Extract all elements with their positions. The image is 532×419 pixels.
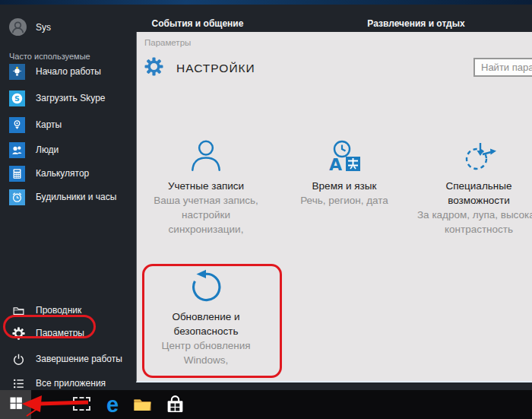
- start-menu-item-label: Калькулятор: [36, 168, 89, 179]
- tile-subtitle: За кадром, лупа, высокая контрастность: [413, 208, 532, 236]
- calculator-icon: [9, 166, 25, 182]
- tile-group-header: События и общение: [141, 18, 255, 29]
- start-menu-item-alarms[interactable]: Будильники и часы: [9, 189, 116, 205]
- tile-subtitle: Речь, регион, дата: [283, 193, 405, 208]
- folder-icon: [11, 303, 25, 317]
- start-menu-item-all-apps[interactable]: Все приложения: [11, 375, 106, 392]
- edge-icon[interactable]: e: [100, 390, 125, 419]
- start-menu-item-get-started[interactable]: Начало работы: [9, 63, 101, 80]
- start-menu: Sys Часто используемые Начало работы S З…: [0, 5, 136, 390]
- settings-tile-accounts[interactable]: Учетные записи Ваша учетная запись, наст…: [144, 133, 268, 236]
- start-menu-item-calculator[interactable]: Калькулятор: [9, 165, 89, 182]
- file-explorer-icon[interactable]: [132, 395, 153, 417]
- alarm-clock-icon: [9, 189, 25, 205]
- start-button[interactable]: [0, 390, 31, 419]
- people-icon: [9, 142, 25, 158]
- svg-text:S: S: [14, 94, 20, 103]
- lightbulb-icon: [9, 64, 25, 80]
- taskbar: e: [0, 390, 532, 419]
- start-menu-item-label: Завершение работы: [36, 354, 122, 364]
- start-menu-item-label: Будильники и часы: [36, 192, 116, 202]
- tile-subtitle: Ваша учетная запись, настройки синхрониз…: [144, 193, 268, 236]
- start-menu-item-label: Карты: [36, 119, 62, 130]
- settings-tile-ease-of-access[interactable]: Специальные возможности За кадром, лупа,…: [413, 133, 532, 236]
- tile-group-header: Развлечения и отдых: [357, 18, 475, 29]
- start-menu-item-people[interactable]: Люди: [9, 141, 59, 158]
- user-profile[interactable]: Sys: [9, 18, 51, 36]
- start-menu-item-label: Начало работы: [36, 66, 101, 77]
- tile-title: Время и язык: [283, 179, 405, 193]
- tile-title: Учетные записи: [144, 179, 268, 193]
- map-pin-icon: [9, 117, 25, 133]
- tile-subtitle: Центр обновления Windows,: [145, 338, 267, 367]
- desktop-screen: События и общение Развлечения и отдых Sy…: [0, 0, 532, 419]
- page-title: НАСТРОЙКИ: [176, 62, 255, 75]
- gear-icon: [11, 326, 25, 340]
- time-language-icon: A: [283, 133, 405, 179]
- frequent-section-label: Часто используемые: [9, 52, 90, 61]
- start-menu-item-label: Проводник: [36, 305, 81, 316]
- settings-gear-icon: [144, 57, 163, 79]
- start-menu-item-label: Параметры: [36, 328, 84, 338]
- store-icon[interactable]: [165, 394, 185, 417]
- start-menu-item-label: Загрузить Skype: [36, 93, 105, 103]
- user-name: Sys: [36, 22, 51, 33]
- svg-text:A: A: [329, 155, 342, 174]
- windows-logo-icon: [9, 396, 23, 413]
- start-menu-item-settings[interactable]: Параметры: [11, 325, 84, 341]
- start-menu-item-skype[interactable]: S Загрузить Skype: [9, 90, 105, 106]
- start-menu-item-maps[interactable]: Карты: [9, 116, 62, 133]
- settings-tile-update-security[interactable]: Обновление и безопасность Центр обновлен…: [145, 262, 267, 367]
- search-input[interactable]: [473, 58, 532, 77]
- ease-of-access-icon: [413, 133, 532, 179]
- tile-title: Обновление и безопасность: [145, 309, 267, 338]
- settings-window: Параметры НАСТРОЙКИ Учетные записи Ваша …: [136, 32, 532, 382]
- settings-header: НАСТРОЙКИ: [144, 57, 255, 79]
- window-title: Параметры: [144, 38, 191, 47]
- skype-icon: S: [9, 90, 25, 106]
- power-icon: [11, 352, 25, 366]
- user-avatar-icon[interactable]: [9, 18, 27, 36]
- settings-tile-time-language[interactable]: A Время и язык Речь, регион, дата: [283, 133, 405, 208]
- tile-title: Специальные возможности: [413, 179, 532, 208]
- start-menu-item-label: Люди: [36, 144, 59, 155]
- account-icon: [144, 133, 268, 179]
- update-icon: [145, 262, 267, 309]
- start-menu-item-explorer[interactable]: Проводник: [11, 302, 81, 319]
- all-apps-icon: [11, 376, 25, 390]
- start-menu-item-label: Все приложения: [36, 378, 106, 389]
- start-menu-item-power[interactable]: Завершение работы: [11, 351, 122, 367]
